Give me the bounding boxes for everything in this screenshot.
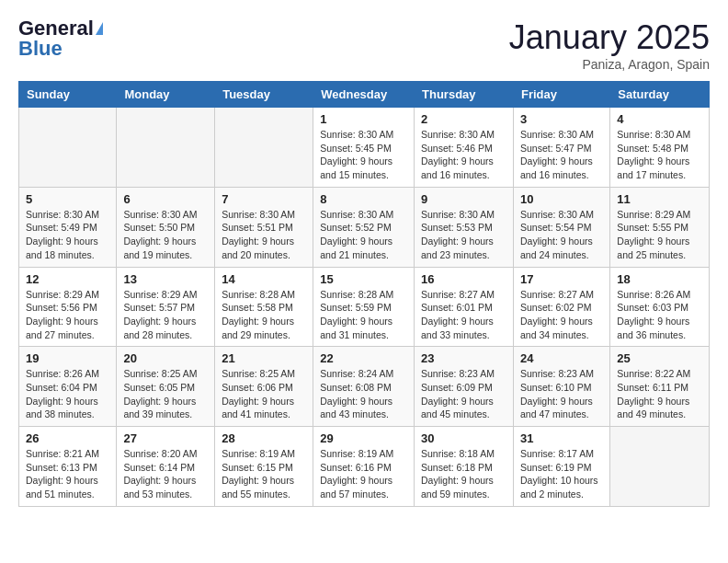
logo-general: General (18, 18, 94, 39)
calendar-week-3: 12Sunrise: 8:29 AMSunset: 5:56 PMDayligh… (19, 267, 710, 347)
day-number: 11 (617, 192, 702, 206)
day-info: Sunrise: 8:28 AMSunset: 5:58 PMDaylight:… (222, 288, 306, 342)
calendar-cell: 26Sunrise: 8:21 AMSunset: 6:13 PMDayligh… (19, 427, 117, 507)
calendar-cell: 9Sunrise: 8:30 AMSunset: 5:53 PMDaylight… (415, 187, 514, 267)
day-number: 7 (222, 192, 306, 206)
calendar-cell: 19Sunrise: 8:26 AMSunset: 6:04 PMDayligh… (19, 347, 117, 427)
day-number: 3 (520, 112, 603, 126)
calendar-week-1: 1Sunrise: 8:30 AMSunset: 5:45 PMDaylight… (19, 108, 710, 188)
day-info: Sunrise: 8:23 AMSunset: 6:10 PMDaylight:… (520, 367, 603, 421)
calendar-cell: 6Sunrise: 8:30 AMSunset: 5:50 PMDaylight… (117, 187, 215, 267)
col-saturday: Saturday (610, 82, 710, 108)
day-number: 30 (421, 431, 506, 445)
title-section: January 2025 Paniza, Aragon, Spain (509, 18, 710, 72)
day-number: 24 (520, 351, 603, 365)
day-number: 18 (617, 272, 702, 286)
day-info: Sunrise: 8:20 AMSunset: 6:14 PMDaylight:… (123, 447, 208, 501)
day-number: 26 (26, 431, 109, 445)
calendar-cell: 7Sunrise: 8:30 AMSunset: 5:51 PMDaylight… (215, 187, 313, 267)
calendar-cell: 5Sunrise: 8:30 AMSunset: 5:49 PMDaylight… (19, 187, 117, 267)
calendar-cell: 15Sunrise: 8:28 AMSunset: 5:59 PMDayligh… (313, 267, 415, 347)
calendar-cell: 22Sunrise: 8:24 AMSunset: 6:08 PMDayligh… (313, 347, 415, 427)
calendar-cell: 13Sunrise: 8:29 AMSunset: 5:57 PMDayligh… (117, 267, 215, 347)
day-number: 14 (222, 272, 306, 286)
day-number: 8 (320, 192, 407, 206)
day-number: 19 (26, 351, 109, 365)
day-number: 28 (222, 431, 306, 445)
day-number: 2 (421, 112, 506, 126)
day-info: Sunrise: 8:30 AMSunset: 5:51 PMDaylight:… (222, 208, 306, 262)
day-number: 16 (421, 272, 506, 286)
day-info: Sunrise: 8:30 AMSunset: 5:47 PMDaylight:… (520, 128, 603, 182)
calendar-cell: 2Sunrise: 8:30 AMSunset: 5:46 PMDaylight… (415, 108, 514, 188)
col-thursday: Thursday (415, 82, 514, 108)
col-wednesday: Wednesday (313, 82, 415, 108)
calendar-cell: 30Sunrise: 8:18 AMSunset: 6:18 PMDayligh… (415, 427, 514, 507)
day-number: 29 (320, 431, 407, 445)
day-info: Sunrise: 8:25 AMSunset: 6:05 PMDaylight:… (123, 367, 208, 421)
day-info: Sunrise: 8:30 AMSunset: 5:52 PMDaylight:… (320, 208, 407, 262)
day-number: 5 (26, 192, 109, 206)
day-number: 4 (617, 112, 702, 126)
day-info: Sunrise: 8:17 AMSunset: 6:19 PMDaylight:… (520, 447, 603, 501)
col-sunday: Sunday (19, 82, 117, 108)
day-info: Sunrise: 8:30 AMSunset: 5:54 PMDaylight:… (520, 208, 603, 262)
calendar-cell: 29Sunrise: 8:19 AMSunset: 6:16 PMDayligh… (313, 427, 415, 507)
calendar-cell: 31Sunrise: 8:17 AMSunset: 6:19 PMDayligh… (513, 427, 609, 507)
calendar-cell (215, 108, 313, 188)
calendar-cell: 11Sunrise: 8:29 AMSunset: 5:55 PMDayligh… (610, 187, 710, 267)
day-info: Sunrise: 8:21 AMSunset: 6:13 PMDaylight:… (26, 447, 109, 501)
calendar-week-5: 26Sunrise: 8:21 AMSunset: 6:13 PMDayligh… (19, 427, 710, 507)
calendar-cell: 24Sunrise: 8:23 AMSunset: 6:10 PMDayligh… (513, 347, 609, 427)
col-friday: Friday (513, 82, 609, 108)
calendar-cell: 27Sunrise: 8:20 AMSunset: 6:14 PMDayligh… (117, 427, 215, 507)
day-number: 17 (520, 272, 603, 286)
day-info: Sunrise: 8:18 AMSunset: 6:18 PMDaylight:… (421, 447, 506, 501)
calendar-cell: 17Sunrise: 8:27 AMSunset: 6:02 PMDayligh… (513, 267, 609, 347)
day-info: Sunrise: 8:30 AMSunset: 5:49 PMDaylight:… (26, 208, 109, 262)
calendar-cell: 12Sunrise: 8:29 AMSunset: 5:56 PMDayligh… (19, 267, 117, 347)
calendar-cell: 28Sunrise: 8:19 AMSunset: 6:15 PMDayligh… (215, 427, 313, 507)
day-number: 13 (123, 272, 208, 286)
calendar-cell: 23Sunrise: 8:23 AMSunset: 6:09 PMDayligh… (415, 347, 514, 427)
calendar-cell: 21Sunrise: 8:25 AMSunset: 6:06 PMDayligh… (215, 347, 313, 427)
col-monday: Monday (117, 82, 215, 108)
day-info: Sunrise: 8:29 AMSunset: 5:56 PMDaylight:… (26, 288, 109, 342)
location-subtitle: Paniza, Aragon, Spain (509, 57, 710, 72)
calendar-cell: 14Sunrise: 8:28 AMSunset: 5:58 PMDayligh… (215, 267, 313, 347)
day-info: Sunrise: 8:30 AMSunset: 5:48 PMDaylight:… (617, 128, 702, 182)
day-info: Sunrise: 8:30 AMSunset: 5:53 PMDaylight:… (421, 208, 506, 262)
day-number: 25 (617, 351, 702, 365)
day-info: Sunrise: 8:24 AMSunset: 6:08 PMDaylight:… (320, 367, 407, 421)
calendar-cell: 4Sunrise: 8:30 AMSunset: 5:48 PMDaylight… (610, 108, 710, 188)
page-container: General Blue January 2025 Paniza, Aragon… (0, 0, 728, 525)
day-number: 23 (421, 351, 506, 365)
day-info: Sunrise: 8:30 AMSunset: 5:45 PMDaylight:… (320, 128, 407, 182)
logo-triangle-icon (96, 22, 103, 35)
calendar-cell (19, 108, 117, 188)
day-number: 20 (123, 351, 208, 365)
day-info: Sunrise: 8:29 AMSunset: 5:57 PMDaylight:… (123, 288, 208, 342)
day-info: Sunrise: 8:27 AMSunset: 6:02 PMDaylight:… (520, 288, 603, 342)
calendar-cell: 10Sunrise: 8:30 AMSunset: 5:54 PMDayligh… (513, 187, 609, 267)
day-number: 1 (320, 112, 407, 126)
day-info: Sunrise: 8:26 AMSunset: 6:04 PMDaylight:… (26, 367, 109, 421)
header: General Blue January 2025 Paniza, Aragon… (18, 18, 710, 72)
day-info: Sunrise: 8:30 AMSunset: 5:50 PMDaylight:… (123, 208, 208, 262)
day-number: 9 (421, 192, 506, 206)
calendar-cell (610, 427, 710, 507)
day-info: Sunrise: 8:27 AMSunset: 6:01 PMDaylight:… (421, 288, 506, 342)
day-number: 6 (123, 192, 208, 206)
col-tuesday: Tuesday (215, 82, 313, 108)
calendar-cell: 16Sunrise: 8:27 AMSunset: 6:01 PMDayligh… (415, 267, 514, 347)
day-info: Sunrise: 8:28 AMSunset: 5:59 PMDaylight:… (320, 288, 407, 342)
calendar-cell: 25Sunrise: 8:22 AMSunset: 6:11 PMDayligh… (610, 347, 710, 427)
day-info: Sunrise: 8:29 AMSunset: 5:55 PMDaylight:… (617, 208, 702, 262)
calendar-cell: 18Sunrise: 8:26 AMSunset: 6:03 PMDayligh… (610, 267, 710, 347)
calendar-table: Sunday Monday Tuesday Wednesday Thursday… (18, 81, 710, 507)
calendar-week-2: 5Sunrise: 8:30 AMSunset: 5:49 PMDaylight… (19, 187, 710, 267)
day-number: 21 (222, 351, 306, 365)
calendar-header-row: Sunday Monday Tuesday Wednesday Thursday… (19, 82, 710, 108)
calendar-week-4: 19Sunrise: 8:26 AMSunset: 6:04 PMDayligh… (19, 347, 710, 427)
calendar-cell: 8Sunrise: 8:30 AMSunset: 5:52 PMDaylight… (313, 187, 415, 267)
